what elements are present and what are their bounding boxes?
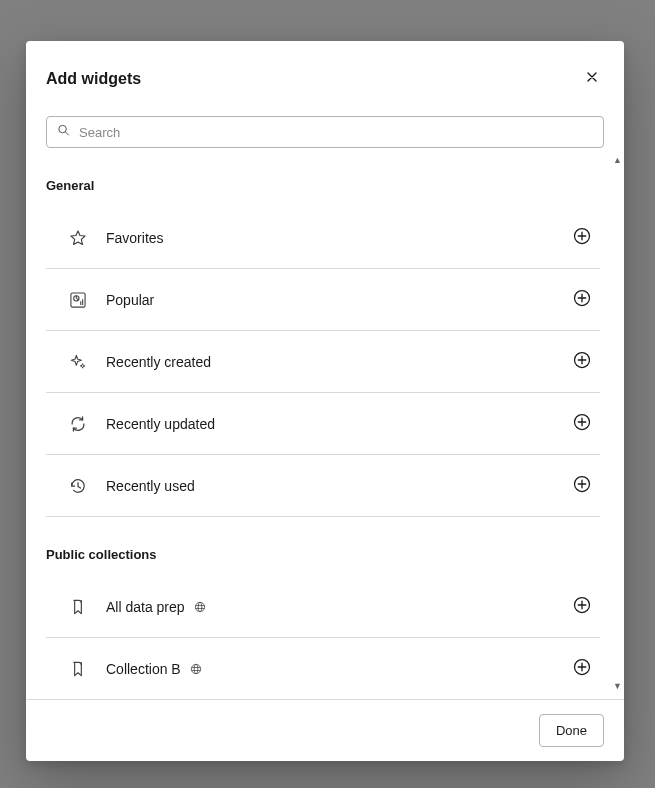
list-item-label: Collection B	[106, 661, 181, 677]
add-widgets-modal: Add widgets ▲ General Favorites	[26, 41, 624, 761]
list-item-label: Favorites	[106, 230, 164, 246]
refresh-icon	[68, 414, 88, 434]
list-item-label: Recently used	[106, 478, 195, 494]
add-button[interactable]	[568, 591, 596, 622]
section-public-collections: Public collections All data prep Collect…	[46, 547, 600, 699]
bookmark-icon	[68, 597, 88, 617]
list-item-label: Recently created	[106, 354, 211, 370]
modal-header: Add widgets	[26, 41, 624, 94]
list-item: All data prep	[46, 576, 600, 638]
globe-icon	[189, 662, 203, 676]
plus-circle-icon	[572, 595, 592, 618]
done-button[interactable]: Done	[539, 714, 604, 747]
plus-circle-icon	[572, 350, 592, 373]
list-item-label: Recently updated	[106, 416, 215, 432]
section-label: General	[46, 178, 600, 193]
list-item: Popular	[46, 269, 600, 331]
globe-icon	[193, 600, 207, 614]
plus-circle-icon	[572, 288, 592, 311]
search-field	[46, 116, 604, 148]
modal-body: ▲ General Favorites Popular	[26, 94, 624, 699]
plus-circle-icon	[572, 657, 592, 680]
widget-list-scroll[interactable]: General Favorites Popular Recently creat…	[46, 178, 604, 699]
modal-footer: Done	[26, 699, 624, 761]
close-icon	[584, 69, 600, 88]
add-button[interactable]	[568, 408, 596, 439]
list-item: Favorites	[46, 207, 600, 269]
section-general: General Favorites Popular Recently creat…	[46, 178, 600, 517]
add-button[interactable]	[568, 222, 596, 253]
list-item: Collection B	[46, 638, 600, 699]
list-item-label: All data prep	[106, 599, 185, 615]
plus-circle-icon	[572, 412, 592, 435]
add-button[interactable]	[568, 346, 596, 377]
add-button[interactable]	[568, 653, 596, 684]
list-item: Recently used	[46, 455, 600, 517]
section-label: Public collections	[46, 547, 600, 562]
modal-title: Add widgets	[46, 70, 141, 88]
list-item-label: Popular	[106, 292, 154, 308]
list-item: Recently updated	[46, 393, 600, 455]
popular-icon	[68, 290, 88, 310]
add-button[interactable]	[568, 470, 596, 501]
list-item: Recently created	[46, 331, 600, 393]
plus-circle-icon	[572, 226, 592, 249]
bookmark-icon	[68, 659, 88, 679]
search-input[interactable]	[46, 116, 604, 148]
plus-circle-icon	[572, 474, 592, 497]
star-icon	[68, 228, 88, 248]
add-button[interactable]	[568, 284, 596, 315]
scroll-down-arrow-icon: ▼	[613, 682, 622, 691]
sparkles-icon	[68, 352, 88, 372]
close-button[interactable]	[578, 63, 606, 94]
scroll-up-arrow-icon: ▲	[613, 156, 622, 165]
history-icon	[68, 476, 88, 496]
